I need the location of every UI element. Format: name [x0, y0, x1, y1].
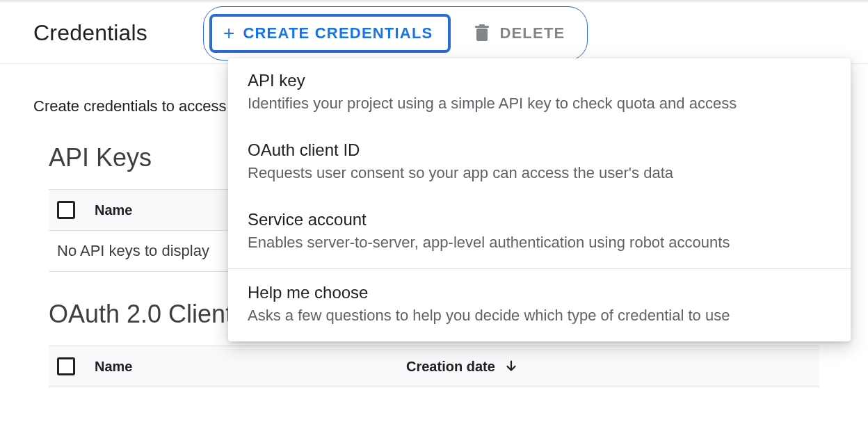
svg-rect-0	[476, 29, 488, 41]
page-title: Credentials	[33, 20, 147, 46]
create-credentials-menu: API key Identifies your project using a …	[228, 58, 851, 341]
arrow-down-icon	[504, 359, 519, 374]
oauth-table-header: Name Creation date	[49, 346, 819, 387]
svg-rect-2	[479, 24, 485, 26]
select-all-checkbox[interactable]	[57, 357, 75, 375]
menu-item-title: Service account	[248, 210, 831, 229]
menu-item-title: API key	[248, 71, 831, 90]
menu-item-title: OAuth client ID	[248, 140, 831, 160]
menu-item-desc: Identifies your project using a simple A…	[248, 95, 831, 113]
menu-item-desc: Requests user consent so your app can ac…	[248, 164, 831, 182]
create-credentials-button[interactable]: + CREATE CREDENTIALS	[209, 14, 451, 53]
header-action-group: + CREATE CREDENTIALS DELETE	[203, 6, 588, 60]
column-header-date-label: Creation date	[406, 359, 495, 375]
menu-item-desc: Enables server-to-server, app-level auth…	[248, 234, 831, 252]
column-header-creation-date[interactable]: Creation date	[406, 359, 519, 375]
page-header: Credentials + CREATE CREDENTIALS DELETE	[0, 3, 868, 64]
menu-item-help-me-choose[interactable]: Help me choose Asks a few questions to h…	[228, 270, 851, 340]
menu-separator	[228, 268, 851, 269]
column-header-name[interactable]: Name	[95, 359, 387, 375]
create-credentials-label: CREATE CREDENTIALS	[243, 24, 433, 42]
menu-item-desc: Asks a few questions to help you decide …	[248, 307, 831, 325]
menu-item-service-account[interactable]: Service account Enables server-to-server…	[228, 197, 851, 267]
delete-button[interactable]: DELETE	[474, 24, 565, 42]
plus-icon: +	[223, 24, 234, 43]
select-all-checkbox[interactable]	[57, 201, 75, 219]
trash-icon	[474, 24, 490, 42]
delete-label: DELETE	[499, 24, 565, 42]
menu-item-api-key[interactable]: API key Identifies your project using a …	[228, 58, 851, 128]
menu-item-oauth-client-id[interactable]: OAuth client ID Requests user consent so…	[228, 128, 851, 197]
menu-item-title: Help me choose	[248, 283, 831, 302]
